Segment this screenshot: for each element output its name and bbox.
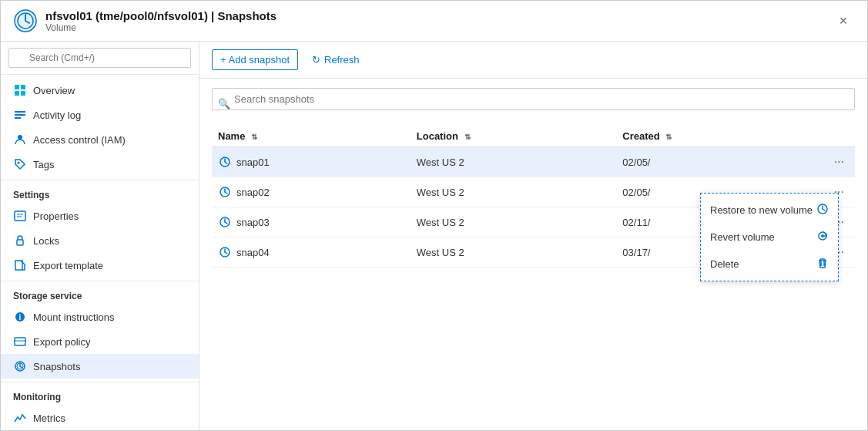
title-text: nfsvol01 (tme/pool0/nfsvol01) | Snapshot…: [45, 9, 832, 33]
content-area: + Add snapshot ↻ Refresh 🔍 Name: [199, 42, 867, 430]
row-snap01-location: West US 2: [411, 147, 617, 177]
sidebar-item-tags[interactable]: Tags: [1, 152, 199, 177]
context-menu: Restore to new volume Revert volume: [700, 193, 839, 281]
sort-created-icon: ⇅: [665, 133, 672, 141]
sidebar-item-locks[interactable]: Locks: [1, 228, 199, 253]
col-name[interactable]: Name ⇅: [212, 126, 411, 147]
sidebar-item-metrics-label: Metrics: [33, 412, 65, 424]
snapshots-search-wrap: 🔍: [212, 88, 855, 118]
svg-rect-16: [17, 240, 23, 245]
toolbar: + Add snapshot ↻ Refresh: [199, 42, 867, 79]
close-button[interactable]: ×: [832, 9, 855, 32]
svg-rect-7: [21, 91, 25, 96]
metrics-icon: [13, 411, 27, 425]
refresh-button[interactable]: ↻ Refresh: [304, 50, 367, 69]
sidebar-item-properties[interactable]: Properties: [1, 204, 199, 228]
sidebar-item-access-label: Access control (IAM): [33, 134, 126, 146]
sidebar-item-mount-label: Mount instructions: [33, 311, 115, 323]
col-created[interactable]: Created ⇅: [616, 126, 809, 147]
svg-line-25: [20, 366, 22, 368]
svg-rect-4: [15, 85, 19, 89]
iam-icon: [13, 133, 27, 146]
svg-line-40: [823, 209, 825, 210]
row-snap01-created: 02/05/: [616, 147, 809, 177]
svg-rect-20: [15, 338, 25, 345]
properties-icon: [13, 209, 27, 223]
svg-rect-5: [21, 85, 25, 89]
snapshots-icon: [13, 359, 27, 373]
sidebar-item-overview[interactable]: Overview: [1, 78, 199, 103]
restore-new-volume-label: Restore to new volume: [710, 204, 813, 216]
sidebar-item-export-template-label: Export template: [33, 260, 103, 271]
svg-line-31: [225, 192, 227, 194]
sidebar-item-activity-log[interactable]: Activity log: [1, 103, 199, 127]
delete-label: Delete: [710, 258, 739, 270]
page-title: nfsvol01 (tme/pool0/nfsvol01) | Snapshot…: [45, 9, 832, 22]
export-policy-icon: [13, 335, 27, 349]
sidebar-item-export-template[interactable]: Export template: [1, 253, 199, 278]
row-snap03-name: snap03: [212, 207, 411, 237]
sidebar-item-activity-log-label: Activity log: [33, 109, 81, 121]
svg-rect-8: [15, 111, 25, 113]
tags-icon: [13, 157, 27, 171]
refresh-label: Refresh: [324, 54, 360, 66]
sidebar-item-snapshots[interactable]: Snapshots: [1, 354, 199, 379]
col-location[interactable]: Location ⇅: [411, 126, 617, 147]
export-template-icon: [13, 258, 27, 272]
activity-icon: [13, 108, 27, 122]
sidebar-item-mount-instructions[interactable]: i Mount instructions: [1, 305, 199, 329]
app-icon: [13, 8, 38, 33]
snap02-icon: [218, 185, 232, 199]
title-bar: nfsvol01 (tme/pool0/nfsvol01) | Snapshot…: [1, 1, 867, 42]
snap01-more-button[interactable]: ···: [829, 153, 849, 170]
svg-rect-13: [15, 211, 25, 221]
restore-icon: [816, 203, 829, 217]
refresh-icon: ↻: [312, 54, 320, 66]
svg-point-42: [821, 234, 824, 237]
sidebar-item-access-control[interactable]: Access control (IAM): [1, 127, 199, 152]
sidebar-nav: Overview Activity log Access control (IA…: [1, 75, 199, 430]
monitoring-section-header: Monitoring: [1, 382, 199, 406]
table-header: Name ⇅ Location ⇅ Created ⇅: [212, 126, 855, 147]
settings-section-header: Settings: [1, 180, 199, 204]
row-snap01-name: snap01: [212, 147, 411, 177]
table-row[interactable]: snap01 West US 2 02/05/ ···: [212, 147, 855, 177]
page-subtitle: Volume: [45, 22, 832, 33]
col-actions: [809, 126, 855, 147]
mount-icon: i: [13, 310, 27, 324]
svg-line-34: [225, 222, 227, 224]
context-menu-delete[interactable]: Delete: [701, 251, 838, 278]
svg-rect-9: [15, 114, 25, 116]
sidebar-item-export-policy-label: Export policy: [33, 336, 90, 348]
svg-text:i: i: [19, 313, 22, 322]
revert-volume-label: Revert volume: [710, 231, 775, 243]
content-body: 🔍 Name ⇅ Location ⇅: [199, 79, 867, 430]
svg-rect-17: [15, 261, 22, 270]
snap03-icon: [218, 215, 232, 229]
delete-icon: [816, 257, 829, 271]
row-snap01-actions: ···: [809, 147, 855, 177]
svg-rect-10: [15, 117, 21, 119]
revert-icon: [816, 230, 829, 244]
sort-location-icon: ⇅: [464, 133, 471, 141]
svg-rect-6: [15, 91, 19, 96]
sidebar-item-export-policy[interactable]: Export policy: [1, 329, 199, 354]
row-snap04-location: West US 2: [411, 237, 617, 268]
snap01-icon: [218, 155, 232, 169]
add-snapshot-button[interactable]: + Add snapshot: [212, 49, 298, 70]
overview-icon: [13, 83, 27, 97]
row-snap04-name: snap04: [212, 237, 411, 268]
row-snap03-location: West US 2: [411, 207, 617, 237]
sort-name-icon: ⇅: [251, 133, 257, 141]
sidebar-item-metrics[interactable]: Metrics: [1, 406, 199, 430]
sidebar-search-wrap: 🔍: [8, 48, 191, 68]
sidebar-item-snapshots-label: Snapshots: [33, 361, 80, 372]
context-menu-revert-volume[interactable]: Revert volume: [701, 224, 838, 251]
svg-line-28: [225, 162, 227, 163]
sidebar-search-input[interactable]: [8, 48, 191, 68]
svg-point-11: [18, 135, 22, 140]
sidebar-item-locks-label: Locks: [33, 235, 59, 247]
snapshots-search-input[interactable]: [212, 88, 855, 110]
context-menu-restore-new-volume[interactable]: Restore to new volume: [701, 197, 838, 224]
sidebar-item-overview-label: Overview: [33, 85, 75, 96]
